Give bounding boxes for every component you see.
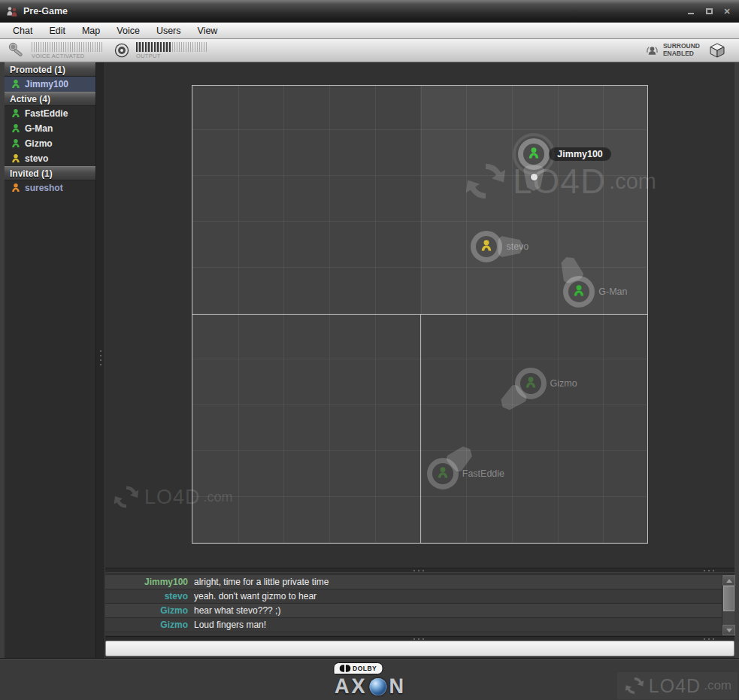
chat-message-row: Jimmy100alright, time for a little priva… — [105, 575, 722, 589]
chat-message-text: yeah. don't want gizmo to hear — [194, 591, 316, 602]
splitter-grip[interactable] — [704, 570, 716, 571]
scroll-up-button[interactable] — [722, 575, 735, 586]
app-icon — [6, 6, 18, 17]
menu-item-voice[interactable]: Voice — [108, 23, 148, 38]
surround-toggle[interactable]: SURROUND ENABLED — [645, 43, 700, 58]
menu-item-edit[interactable]: Edit — [41, 23, 74, 38]
sidebar-section-header: Active (4) — [5, 92, 95, 106]
chat-message-text: alright, time for a little private time — [194, 577, 329, 587]
arrow-up-icon — [726, 579, 732, 583]
chat-scrollbar[interactable] — [722, 575, 734, 635]
menu-item-view[interactable]: View — [189, 23, 226, 38]
window-title: Pre-Game — [23, 6, 68, 17]
dolby-double-d-icon — [339, 665, 350, 672]
user-icon — [11, 183, 21, 193]
sidebar-section-header: Promoted (1) — [5, 62, 95, 77]
chat-username: Jimmy100 — [105, 577, 188, 587]
user-name: Jimmy100 — [25, 79, 68, 89]
output-meter-label: OUTPUT — [136, 53, 207, 59]
user-name: sureshot — [25, 183, 63, 193]
user-icon — [572, 284, 586, 298]
user-icon — [524, 376, 538, 389]
user-name: FastEddie — [25, 108, 68, 119]
chat-message-text: Loud fingers man! — [194, 620, 266, 630]
chat-username: stevo — [105, 591, 188, 602]
chat-panel: Jimmy100alright, time for a little priva… — [105, 575, 734, 635]
map-highlight-quadrant — [420, 86, 648, 314]
surround-head-icon — [645, 44, 659, 56]
minimize-button[interactable] — [685, 6, 697, 17]
user-name: G-Man — [25, 123, 53, 134]
user-icon — [436, 466, 450, 480]
microphone-icon[interactable] — [8, 41, 26, 59]
watermark: LO4D.com — [617, 672, 737, 699]
user-list-sidebar: Promoted (1)Jimmy100Active (4)FastEddieG… — [5, 62, 95, 658]
menu-bar: ChatEditMapVoiceUsersView — [0, 23, 739, 39]
surround-label-line2: ENABLED — [663, 50, 700, 58]
user-icon — [11, 123, 21, 134]
menu-item-chat[interactable]: Chat — [5, 23, 41, 38]
marker-label: G-Man — [598, 286, 627, 297]
chat-message-row: Gizmohear what stevo??? ;) — [105, 604, 722, 618]
user-icon — [11, 138, 21, 149]
arrow-down-icon — [726, 629, 732, 632]
chat-message-input[interactable] — [105, 641, 734, 656]
chat-message-row: GizmoLoud fingers man! — [105, 618, 722, 632]
speaker-icon[interactable] — [114, 42, 130, 59]
map-axis-vertical — [420, 314, 421, 543]
positional-voice-map[interactable]: LO4D.com Jimmy100stevoG-ManGizmoFastEddi… — [192, 85, 648, 544]
scroll-down-button[interactable] — [722, 625, 735, 635]
3d-cube-icon[interactable] — [709, 42, 725, 59]
lo4d-logo-icon — [111, 482, 141, 512]
marker-direction-dot — [531, 174, 538, 180]
user-icon — [480, 239, 493, 253]
sidebar-user-gizmo[interactable]: Gizmo — [5, 136, 95, 151]
marker-label: Gizmo — [550, 378, 577, 389]
sidebar-user-g-man[interactable]: G-Man — [5, 121, 95, 136]
footer-bar: DOLBY AXN LO4D.com — [0, 658, 739, 700]
chat-username: Gizmo — [105, 620, 188, 630]
menu-item-map[interactable]: Map — [74, 23, 108, 38]
user-icon — [11, 79, 21, 89]
output-meter[interactable]: OUTPUT — [136, 42, 207, 59]
title-bar: Pre-Game ✕ — [0, 0, 739, 23]
close-button[interactable]: ✕ — [721, 6, 733, 17]
user-name: stevo — [25, 153, 48, 164]
splitter-grip[interactable] — [704, 638, 716, 640]
sidebar-section-header: Invited (1) — [5, 166, 95, 180]
dolby-badge: DOLBY — [333, 662, 383, 674]
voice-meter-label: VOICE ACTIVATED — [32, 53, 103, 59]
map-chat-splitter[interactable] — [105, 568, 734, 573]
splitter-grip[interactable] — [413, 570, 426, 571]
content-area: Promoted (1)Jimmy100Active (4)FastEddieG… — [0, 62, 739, 658]
user-icon — [527, 147, 541, 160]
splitter-grip[interactable] — [100, 348, 101, 365]
sidebar-user-sureshot[interactable]: sureshot — [5, 180, 95, 195]
user-icon — [11, 108, 21, 119]
scrollbar-thumb[interactable] — [723, 586, 734, 611]
user-icon — [11, 153, 21, 164]
main-panel: LO4D.com Jimmy100stevoG-ManGizmoFastEddi… — [105, 62, 734, 658]
sidebar-user-fasteddie[interactable]: FastEddie — [5, 106, 95, 121]
chat-message-row: stevoyeah. don't want gizmo to hear — [105, 589, 722, 604]
app-window: Pre-Game ✕ ChatEditMapVoiceUsersView VOI… — [0, 0, 739, 700]
menu-item-users[interactable]: Users — [148, 23, 189, 38]
dolby-axon-logo: DOLBY AXN — [333, 662, 406, 698]
sidebar-user-jimmy100[interactable]: Jimmy100 — [5, 77, 95, 92]
splitter-grip[interactable] — [413, 638, 426, 640]
voice-activation-meter[interactable]: VOICE ACTIVATED — [32, 42, 103, 59]
marker-label: FastEddie — [462, 468, 504, 479]
axon-wordmark: AXN — [335, 675, 406, 698]
globe-icon — [370, 678, 387, 695]
sidebar-splitter[interactable] — [95, 62, 105, 658]
sidebar-user-stevo[interactable]: stevo — [5, 151, 95, 166]
chat-message-text: hear what stevo??? ;) — [194, 605, 280, 616]
marker-label: stevo — [506, 241, 529, 252]
user-name: Gizmo — [25, 138, 53, 149]
maximize-button[interactable] — [703, 6, 715, 17]
chat-username: Gizmo — [105, 605, 188, 616]
marker-label: Jimmy100 — [549, 147, 610, 161]
toolbar: VOICE ACTIVATED OUTPUT SURROUND ENABLED — [0, 39, 739, 62]
lo4d-logo-icon — [623, 674, 646, 697]
